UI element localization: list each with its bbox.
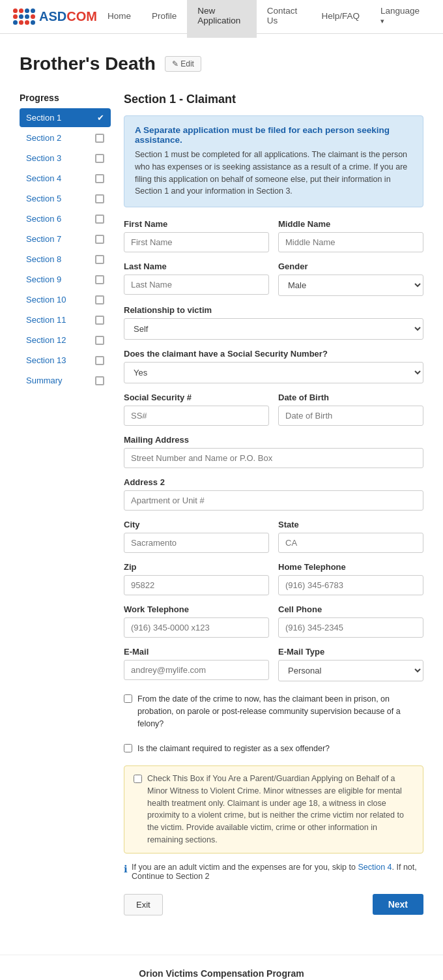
sidebar-item-section13[interactable]: Section 13 bbox=[20, 351, 111, 370]
city-state-row: City State bbox=[124, 520, 423, 553]
sidebar-item-section11[interactable]: Section 11 bbox=[20, 310, 111, 329]
mailing-row: Mailing Address bbox=[124, 435, 423, 468]
nav-links: Home Profile New Application Contact Us … bbox=[97, 0, 430, 38]
first-name-input[interactable] bbox=[124, 232, 269, 252]
check-icon-section1: ✔ bbox=[97, 113, 104, 123]
sidebar-item-section3[interactable]: Section 3 bbox=[20, 149, 111, 168]
mailing-group: Mailing Address bbox=[124, 435, 423, 468]
next-button[interactable]: Next bbox=[373, 894, 423, 915]
sidebar-item-section7[interactable]: Section 7 bbox=[20, 230, 111, 248]
sidebar-item-section6[interactable]: Section 6 bbox=[20, 209, 111, 228]
sidebar-item-section4[interactable]: Section 4 bbox=[20, 169, 111, 188]
home-phone-input[interactable] bbox=[278, 575, 423, 595]
logo-dot-10 bbox=[19, 20, 23, 25]
relationship-group: Relationship to victim Self Parent Sibli… bbox=[124, 305, 423, 340]
sidebar-item-section9[interactable]: Section 9 bbox=[20, 270, 111, 289]
logo-dot-9 bbox=[13, 20, 18, 25]
footer-program-name: Orion Victims Compensation Program bbox=[13, 968, 430, 979]
nav-new-application[interactable]: New Application bbox=[187, 0, 256, 38]
checkbox-section3 bbox=[95, 154, 104, 163]
state-input[interactable] bbox=[278, 533, 423, 553]
info-note: ℹ If you are an adult victim and the exp… bbox=[124, 863, 423, 881]
zip-phone-row: Zip Home Telephone bbox=[124, 562, 423, 595]
relationship-select[interactable]: Self Parent Sibling Spouse Child Other bbox=[124, 318, 423, 340]
state-group: State bbox=[278, 520, 423, 553]
relationship-label: Relationship to victim bbox=[124, 305, 423, 315]
gender-label: Gender bbox=[278, 261, 423, 271]
sex-offender-checkbox-label: Is the claimant required to register as … bbox=[137, 743, 330, 755]
section4-link[interactable]: Section 4 bbox=[358, 863, 392, 872]
email-type-group: E-Mail Type Personal Work Other bbox=[278, 647, 423, 681]
zip-input[interactable] bbox=[124, 575, 269, 595]
city-label: City bbox=[124, 520, 269, 529]
checkbox-section13 bbox=[95, 356, 104, 365]
mailing-input[interactable] bbox=[124, 448, 423, 468]
nav-profile[interactable]: Profile bbox=[141, 1, 187, 33]
sidebar-item-section2[interactable]: Section 2 bbox=[20, 128, 111, 147]
logo-dot-5 bbox=[13, 14, 18, 19]
sex-offender-checkbox[interactable] bbox=[124, 744, 132, 752]
ssn-question-select[interactable]: Yes No bbox=[124, 362, 423, 383]
minor-witness-box: Check This Box if You Are a Parent/Guard… bbox=[124, 765, 423, 854]
form-section: Section 1 - Claimant A Separate applicat… bbox=[124, 93, 423, 942]
felony-checkbox[interactable] bbox=[124, 694, 132, 703]
last-name-input[interactable] bbox=[124, 275, 269, 295]
address2-input[interactable] bbox=[124, 490, 423, 511]
nav-language[interactable]: Language bbox=[370, 0, 430, 38]
dob-input[interactable] bbox=[278, 406, 423, 426]
footer: Orion Victims Compensation Program Copyr… bbox=[0, 955, 443, 981]
ssn-question-row: Does the claimant have a Social Security… bbox=[124, 349, 423, 383]
sidebar-item-section12[interactable]: Section 12 bbox=[20, 331, 111, 349]
email-group: E-Mail bbox=[124, 647, 269, 681]
first-name-group: First Name bbox=[124, 219, 269, 252]
city-input[interactable] bbox=[124, 533, 269, 553]
minor-witness-checkbox[interactable] bbox=[134, 775, 142, 783]
ssn-input[interactable] bbox=[124, 406, 269, 426]
info-note-text: If you are an adult victim and the expen… bbox=[132, 863, 423, 881]
logo-com-text: COM bbox=[66, 9, 97, 24]
sidebar-item-section10[interactable]: Section 10 bbox=[20, 290, 111, 309]
state-label: State bbox=[278, 520, 423, 529]
nav-contact-us[interactable]: Contact Us bbox=[257, 0, 311, 38]
nav-home[interactable]: Home bbox=[97, 1, 141, 33]
nav-help-faq[interactable]: Help/FAQ bbox=[311, 1, 370, 33]
email-type-select[interactable]: Personal Work Other bbox=[278, 660, 423, 681]
section-heading: Section 1 - Claimant bbox=[124, 93, 423, 106]
info-box-title: A Separate application must be filed for… bbox=[135, 125, 412, 145]
checkbox-section10 bbox=[95, 295, 104, 304]
edit-button[interactable]: ✎ Edit bbox=[165, 56, 201, 72]
work-cell-row: Work Telephone Cell Phone bbox=[124, 604, 423, 638]
sidebar-item-section5[interactable]: Section 5 bbox=[20, 189, 111, 208]
info-box-text: Section 1 must be completed for all appl… bbox=[135, 149, 412, 198]
logo-dot-6 bbox=[19, 14, 23, 19]
exit-button[interactable]: Exit bbox=[124, 894, 163, 915]
gender-select[interactable]: Male Female Other bbox=[278, 275, 423, 296]
ssn-question-group: Does the claimant have a Social Security… bbox=[124, 349, 423, 383]
page-title: Brother's Death bbox=[20, 53, 156, 74]
sidebar-section9-label: Section 9 bbox=[26, 275, 61, 284]
mailing-label: Mailing Address bbox=[124, 435, 423, 445]
ssn-dob-row: Social Security # Date of Birth bbox=[124, 393, 423, 426]
home-phone-label: Home Telephone bbox=[278, 562, 423, 572]
work-phone-label: Work Telephone bbox=[124, 604, 269, 614]
page-body: Brother's Death ✎ Edit Progress Section … bbox=[0, 34, 443, 955]
home-phone-group: Home Telephone bbox=[278, 562, 423, 595]
felony-checkbox-row: From the date of the crime to now, has t… bbox=[124, 690, 423, 732]
email-type-label: E-Mail Type bbox=[278, 647, 423, 657]
cell-phone-group: Cell Phone bbox=[278, 604, 423, 638]
email-input[interactable] bbox=[124, 660, 269, 680]
sidebar-item-section8[interactable]: Section 8 bbox=[20, 250, 111, 269]
sidebar-item-summary[interactable]: Summary bbox=[20, 371, 111, 390]
logo-dot-3 bbox=[25, 8, 29, 13]
logo-dot-12 bbox=[31, 20, 35, 25]
middle-name-input[interactable] bbox=[278, 232, 423, 252]
sidebar-item-section1[interactable]: Section 1 ✔ bbox=[20, 108, 111, 127]
first-name-label: First Name bbox=[124, 219, 269, 229]
minor-witness-text: Check This Box if You Are a Parent/Guard… bbox=[147, 773, 414, 846]
checkbox-section5 bbox=[95, 194, 104, 203]
last-name-label: Last Name bbox=[124, 261, 269, 271]
sidebar-section10-label: Section 10 bbox=[26, 295, 66, 304]
work-phone-input[interactable] bbox=[124, 617, 269, 638]
cell-phone-input[interactable] bbox=[278, 617, 423, 638]
sidebar-section7-label: Section 7 bbox=[26, 234, 61, 244]
